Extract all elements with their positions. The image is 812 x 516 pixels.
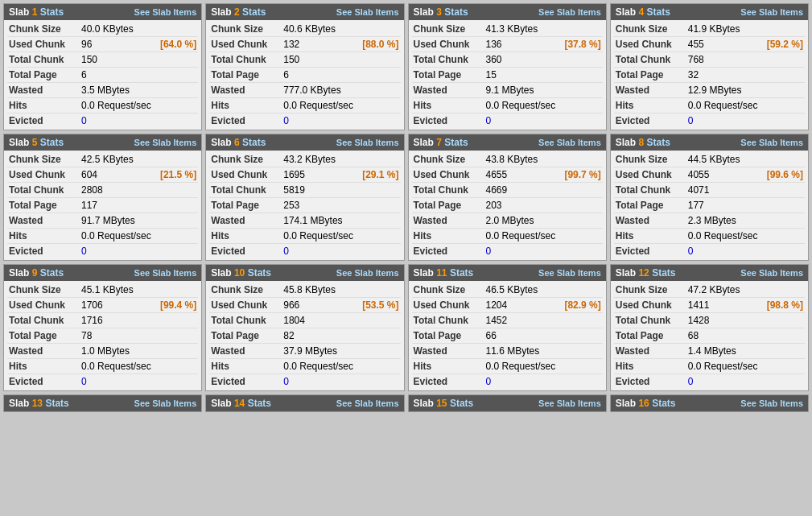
used-chunk-value-8: 4055 xyxy=(688,169,752,180)
see-slab-items-5[interactable]: See Slab Items xyxy=(134,138,197,147)
slab-card-15: Slab 15 Stats See Slab Items xyxy=(408,394,607,412)
total-page-value-11: 66 xyxy=(486,330,601,341)
wasted-label-9: Wasted xyxy=(9,345,81,357)
hits-label-2: Hits xyxy=(211,100,283,111)
total-page-value-9: 78 xyxy=(81,330,196,341)
slab-header-9: Slab 9 Stats See Slab Items xyxy=(4,265,201,281)
slab-num-5: 5 xyxy=(32,137,38,148)
evicted-label-10: Evicted xyxy=(211,376,283,387)
used-chunk-pct-11: [82.9 %] xyxy=(557,299,601,311)
see-slab-items-8[interactable]: See Slab Items xyxy=(740,138,803,147)
see-slab-items-3[interactable]: See Slab Items xyxy=(538,7,601,17)
chunk-size-row-2: Chunk Size 40.6 KBytes xyxy=(209,22,400,37)
hits-row-3: Hits 0.0 Request/sec xyxy=(412,98,603,114)
chunk-size-row-6: Chunk Size 43.2 KBytes xyxy=(209,152,400,167)
wasted-row-2: Wasted 777.0 KBytes xyxy=(209,83,400,98)
chunk-size-value-6: 43.2 KBytes xyxy=(283,154,398,165)
hits-label-3: Hits xyxy=(414,100,486,111)
wasted-label-6: Wasted xyxy=(211,215,283,226)
total-page-label-10: Total Page xyxy=(211,330,283,341)
used-chunk-pct-12: [98.8 %] xyxy=(759,299,803,311)
used-chunk-label-8: Used Chunk xyxy=(616,169,688,180)
wasted-label-2: Wasted xyxy=(211,85,283,96)
slab-title-7: Slab 7 Stats xyxy=(414,137,468,148)
see-slab-items-6[interactable]: See Slab Items xyxy=(336,138,399,147)
evicted-value-11: 0 xyxy=(486,376,601,387)
evicted-value-3: 0 xyxy=(486,115,601,126)
slab-body-4: Chunk Size 41.9 KBytes Used Chunk 455 [5… xyxy=(611,20,808,130)
evicted-label-3: Evicted xyxy=(414,115,486,126)
slab-title-15: Slab 15 Stats xyxy=(414,398,474,409)
chunk-size-row-3: Chunk Size 41.3 KBytes xyxy=(412,22,603,37)
stats-label-5: Stats xyxy=(40,137,64,148)
used-chunk-row-6: Used Chunk 1695 [29.1 %] xyxy=(209,167,400,183)
evicted-value-2: 0 xyxy=(283,115,398,126)
see-slab-items-11[interactable]: See Slab Items xyxy=(538,268,601,278)
see-slab-items-7[interactable]: See Slab Items xyxy=(538,138,601,147)
total-chunk-value-9: 1716 xyxy=(81,315,196,326)
used-chunk-pct-9: [99.4 %] xyxy=(152,299,196,311)
see-slab-items-10[interactable]: See Slab Items xyxy=(336,268,399,278)
hits-value-5: 0.0 Request/sec xyxy=(81,230,196,241)
slab-num-2: 2 xyxy=(234,6,240,18)
total-chunk-label-6: Total Chunk xyxy=(211,184,283,196)
slab-num-3: 3 xyxy=(436,6,442,18)
evicted-row-1: Evicted 0 xyxy=(7,114,198,128)
stats-label-1: Stats xyxy=(40,6,64,18)
slab-num-9: 9 xyxy=(32,267,38,279)
total-page-row-3: Total Page 15 xyxy=(412,68,603,83)
see-slab-items-1[interactable]: See Slab Items xyxy=(134,7,197,17)
used-chunk-label-1: Used Chunk xyxy=(9,39,81,50)
slab-header-4: Slab 4 Stats See Slab Items xyxy=(611,4,808,20)
chunk-size-row-1: Chunk Size 40.0 KBytes xyxy=(7,22,198,37)
wasted-value-2: 777.0 KBytes xyxy=(283,85,398,96)
stats-label-8: Stats xyxy=(646,137,670,148)
slab-num-12: 12 xyxy=(638,267,649,279)
wasted-label-4: Wasted xyxy=(616,85,688,96)
hits-value-4: 0.0 Request/sec xyxy=(688,100,803,111)
total-page-value-7: 203 xyxy=(486,200,601,211)
chunk-size-value-12: 47.2 KBytes xyxy=(688,284,803,295)
evicted-row-4: Evicted 0 xyxy=(614,114,805,128)
see-slab-items-14[interactable]: See Slab Items xyxy=(336,398,399,408)
slab-title-14: Slab 14 Stats xyxy=(211,398,271,409)
evicted-value-4: 0 xyxy=(688,115,803,126)
wasted-value-6: 174.1 MBytes xyxy=(283,215,398,226)
see-slab-items-15[interactable]: See Slab Items xyxy=(538,398,601,408)
hits-label-6: Hits xyxy=(211,230,283,241)
wasted-label-12: Wasted xyxy=(616,345,688,357)
used-chunk-label-2: Used Chunk xyxy=(211,39,283,50)
evicted-label-4: Evicted xyxy=(616,115,688,126)
see-slab-items-2[interactable]: See Slab Items xyxy=(336,7,399,17)
wasted-value-4: 12.9 MBytes xyxy=(688,85,803,96)
see-slab-items-4[interactable]: See Slab Items xyxy=(740,7,803,17)
used-chunk-value-9: 1706 xyxy=(81,299,146,311)
evicted-label-6: Evicted xyxy=(211,246,283,257)
chunk-size-label-12: Chunk Size xyxy=(616,284,688,295)
hits-row-7: Hits 0.0 Request/sec xyxy=(412,229,603,244)
wasted-label-11: Wasted xyxy=(414,345,486,357)
evicted-label-11: Evicted xyxy=(414,376,486,387)
wasted-value-3: 9.1 MBytes xyxy=(486,85,601,96)
used-chunk-row-12: Used Chunk 1411 [98.8 %] xyxy=(614,298,805,313)
slab-header-7: Slab 7 Stats See Slab Items xyxy=(409,134,606,151)
total-page-value-5: 117 xyxy=(81,200,196,211)
see-slab-items-13[interactable]: See Slab Items xyxy=(134,398,197,408)
chunk-size-row-8: Chunk Size 44.5 KBytes xyxy=(614,152,805,167)
see-slab-items-9[interactable]: See Slab Items xyxy=(134,268,197,278)
total-page-value-2: 6 xyxy=(283,69,398,80)
chunk-size-label-5: Chunk Size xyxy=(9,154,81,165)
used-chunk-row-8: Used Chunk 4055 [99.6 %] xyxy=(614,167,805,183)
total-page-row-6: Total Page 253 xyxy=(209,198,400,213)
chunk-size-row-11: Chunk Size 46.5 KBytes xyxy=(412,283,603,298)
wasted-value-10: 37.9 MBytes xyxy=(283,345,398,357)
wasted-row-8: Wasted 2.3 MBytes xyxy=(614,213,805,229)
hits-row-2: Hits 0.0 Request/sec xyxy=(209,98,400,114)
slab-card-13: Slab 13 Stats See Slab Items xyxy=(3,394,202,412)
total-chunk-row-7: Total Chunk 4669 xyxy=(412,183,603,198)
see-slab-items-16[interactable]: See Slab Items xyxy=(740,398,803,408)
see-slab-items-12[interactable]: See Slab Items xyxy=(740,268,803,278)
total-chunk-value-2: 150 xyxy=(283,54,398,65)
slab-card-9: Slab 9 Stats See Slab Items Chunk Size 4… xyxy=(3,264,202,391)
total-chunk-row-8: Total Chunk 4071 xyxy=(614,183,805,198)
